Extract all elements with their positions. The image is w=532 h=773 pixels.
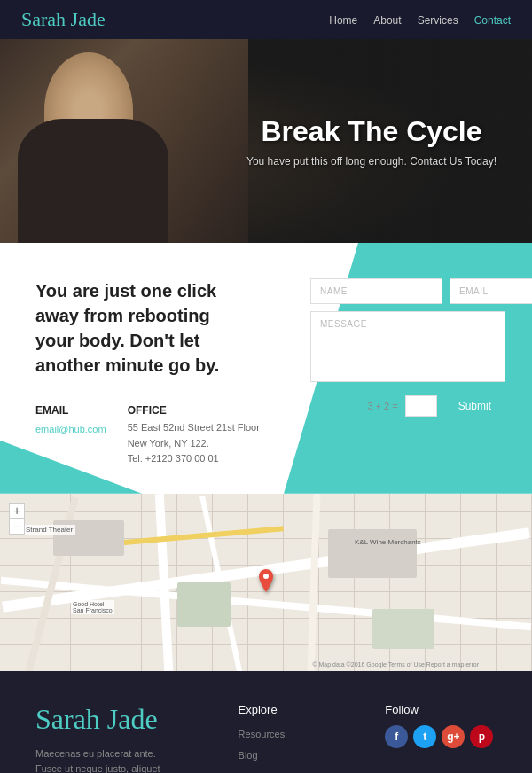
contact-left: You are just one click away from rebooti… — [35, 278, 293, 467]
map-controls: + − — [9, 503, 25, 535]
google-plus-icon[interactable]: g+ — [442, 725, 465, 748]
map-label-hotel: Good HotelSan Francisco — [71, 600, 114, 614]
office-label: OFFICE — [128, 404, 260, 417]
nav-item-contact[interactable]: Contact — [474, 12, 511, 27]
navbar: Sarah Jade Home About Services Contact — [0, 0, 532, 39]
nav-logo[interactable]: Sarah Jade — [21, 8, 106, 31]
email-input[interactable] — [450, 278, 532, 304]
captcha-label: 3 + 2 = — [367, 401, 397, 411]
email-link[interactable]: email@hub.com — [35, 424, 106, 434]
social-icons: f t g+ p — [385, 725, 497, 748]
footer-top: Sarah Jade Maecenas eu placerat ante. Fu… — [35, 703, 497, 773]
hero-title: Break The Cycle — [246, 115, 497, 148]
map-zoom-out[interactable]: − — [9, 519, 25, 535]
hero-section: Break The Cycle You have put this off lo… — [0, 39, 532, 243]
email-label: EMAIL — [35, 404, 106, 417]
footer-follow: Follow f t g+ p — [385, 703, 497, 773]
twitter-icon[interactable]: t — [413, 725, 436, 748]
explore-link-blog[interactable]: Blog — [239, 746, 350, 762]
contact-section: You are just one click away from rebooti… — [0, 243, 532, 494]
email-block: EMAIL email@hub.com — [35, 404, 106, 467]
form-name-email-row — [310, 278, 505, 304]
explore-link-resources[interactable]: Resources — [239, 725, 350, 741]
message-textarea[interactable] — [310, 311, 505, 382]
map-label-merchants: K&L Wine Merchants — [355, 538, 421, 546]
nav-item-services[interactable]: Services — [418, 12, 458, 27]
hero-content: Break The Cycle You have put this off lo… — [246, 115, 497, 168]
map-block4 — [372, 609, 434, 649]
map-copyright: © Map data ©2016 Google Terms of Use Rep… — [312, 661, 479, 668]
contact-tagline: You are just one click away from rebooti… — [35, 278, 239, 378]
map-pin[interactable] — [257, 569, 275, 596]
explore-title: Explore — [239, 703, 350, 716]
footer-description: Maecenas eu placerat ante. Fusce ut nequ… — [35, 746, 177, 773]
footer: Sarah Jade Maecenas eu placerat ante. Fu… — [0, 671, 532, 773]
map-section: The Strand Theater K&L Wine Merchants Go… — [0, 494, 532, 671]
nav-item-home[interactable]: Home — [329, 12, 357, 27]
map-block2 — [177, 582, 231, 627]
contact-inner: You are just one click away from rebooti… — [0, 243, 532, 494]
submit-button[interactable]: Submit — [444, 393, 505, 419]
follow-title: Follow — [385, 703, 497, 716]
contact-info: EMAIL email@hub.com OFFICE 55 East 52nd … — [35, 404, 293, 467]
explore-link-contact[interactable]: Contact — [239, 768, 350, 773]
footer-brand: Sarah Jade Maecenas eu placerat ante. Fu… — [35, 703, 203, 773]
footer-explore: Explore Resources Blog Contact Services … — [239, 703, 350, 773]
hero-subtitle: You have put this off long enough. Conta… — [246, 155, 497, 168]
captcha-input[interactable] — [405, 395, 437, 417]
svg-point-0 — [263, 574, 269, 579]
footer-logo: Sarah Jade — [35, 703, 203, 736]
map-block3 — [328, 529, 417, 578]
contact-form: 3 + 2 = Submit — [310, 278, 505, 467]
pinterest-icon[interactable]: p — [470, 725, 493, 748]
office-block: OFFICE 55 East 52nd Street 21st FloorNew… — [128, 404, 260, 467]
nav-links: Home About Services Contact — [329, 12, 511, 27]
nav-item-about[interactable]: About — [373, 12, 401, 27]
facebook-icon[interactable]: f — [385, 725, 408, 748]
office-address: 55 East 52nd Street 21st FloorNew York, … — [128, 420, 260, 467]
form-submit-row: 3 + 2 = Submit — [310, 393, 505, 419]
map-zoom-in[interactable]: + — [9, 503, 25, 519]
explore-links: Resources Blog Contact Services About Us — [239, 725, 350, 773]
name-input[interactable] — [310, 278, 442, 304]
